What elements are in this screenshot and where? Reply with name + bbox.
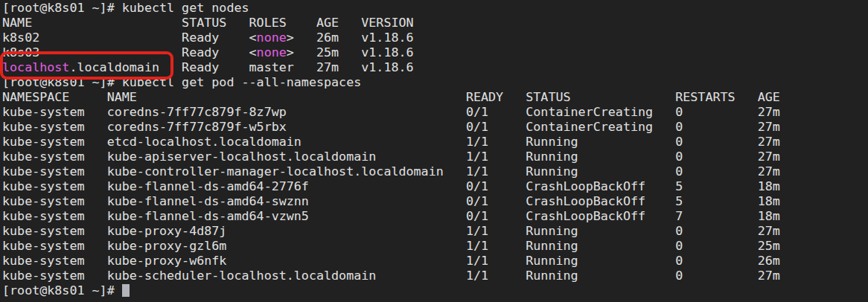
table-row: kube-system kube-flannel-ds-amd64-vzwn5 … xyxy=(2,208,780,223)
table-row: kube-system coredns-7ff77c879f-w5rbx 0/1… xyxy=(2,119,780,134)
table-row: kube-system kube-proxy-w6nfk 1/1 Running… xyxy=(2,253,780,268)
command-text: kubectl get pod --all-namespaces xyxy=(122,74,362,89)
table-row: localhost.localdomain Ready master 27m v… xyxy=(2,60,414,74)
shell-prompt: [root@k8s01 ~]# xyxy=(2,283,115,298)
highlighted-text: localhost xyxy=(2,60,69,74)
table-row: kube-system kube-proxy-gzl6m 1/1 Running… xyxy=(2,238,780,253)
highlighted-text: none xyxy=(257,45,287,60)
table-row: kube-system kube-controller-manager-loca… xyxy=(2,164,780,179)
table-row: kube-system kube-flannel-ds-amd64-swznn … xyxy=(2,193,780,208)
table-row: k8s02 Ready <none> 26m v1.18.6 xyxy=(2,30,414,45)
table-row: k8s03 Ready <none> 25m v1.18.6 xyxy=(2,45,414,60)
table-row: kube-system kube-scheduler-localhost.loc… xyxy=(2,268,780,283)
pods-table-header: NAMESPACE NAME READY STATUS RESTARTS AGE xyxy=(2,89,780,104)
terminal-output: [root@k8s01 ~]# kubectl get nodes NAME S… xyxy=(0,0,868,298)
highlighted-text: none xyxy=(257,30,287,45)
terminal-cursor[interactable] xyxy=(122,284,130,297)
table-row: kube-system etcd-localhost.localdomain 1… xyxy=(2,134,780,149)
shell-prompt: [root@k8s01 ~]# xyxy=(2,0,115,15)
command-text: kubectl get nodes xyxy=(122,0,249,15)
shell-prompt: [root@k8s01 ~]# xyxy=(2,74,115,89)
terminal-window[interactable]: [root@k8s01 ~]# kubectl get nodes NAME S… xyxy=(0,0,868,302)
table-row: kube-system kube-apiserver-localhost.loc… xyxy=(2,149,780,164)
table-row: kube-system coredns-7ff77c879f-8z7wp 0/1… xyxy=(2,104,780,119)
nodes-table-header: NAME STATUS ROLES AGE VERSION xyxy=(2,15,414,30)
table-row: kube-system kube-flannel-ds-amd64-2776f … xyxy=(2,179,780,193)
table-row: kube-system kube-proxy-4d87j 1/1 Running… xyxy=(2,223,780,238)
